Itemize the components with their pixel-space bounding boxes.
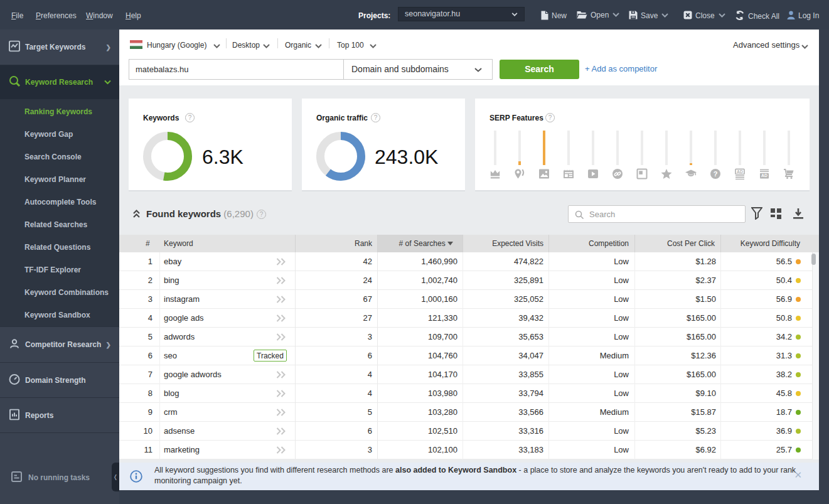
svg-text:AD: AD: [761, 173, 767, 178]
svg-text:?: ?: [713, 170, 717, 178]
svg-text:AD: AD: [737, 169, 743, 174]
